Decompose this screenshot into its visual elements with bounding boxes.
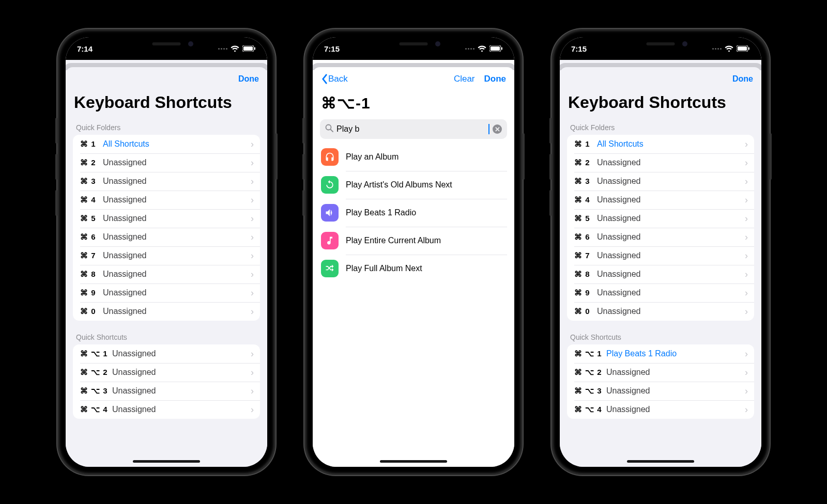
page-title: Keyboard Shortcuts bbox=[66, 91, 267, 118]
shortcut-row[interactable]: ⌘ 1All Shortcuts› bbox=[73, 135, 260, 153]
chevron-right-icon: › bbox=[251, 232, 254, 243]
svg-rect-10 bbox=[748, 48, 749, 50]
home-indicator[interactable] bbox=[627, 460, 694, 463]
wifi-icon bbox=[231, 45, 239, 52]
navbar: Back Clear Done bbox=[313, 67, 514, 91]
chevron-right-icon: › bbox=[745, 213, 748, 224]
shortcut-row[interactable]: ⌘ ⌥ 3Unassigned› bbox=[567, 382, 754, 400]
chevron-right-icon: › bbox=[745, 158, 748, 168]
shortcut-row[interactable]: ⌘ ⌥ 2Unassigned› bbox=[73, 363, 260, 382]
shortcut-row[interactable]: ⌘ 0Unassigned› bbox=[567, 302, 754, 321]
shortcut-row[interactable]: ⌘ 6Unassigned› bbox=[567, 228, 754, 246]
shortcut-row[interactable]: ⌘ ⌥ 3Unassigned› bbox=[73, 382, 260, 400]
shortcut-row[interactable]: ⌘ 2Unassigned› bbox=[73, 153, 260, 172]
section-header-quick-folders: Quick Folders bbox=[560, 118, 761, 135]
shortcut-row[interactable]: ⌘ 4Unassigned› bbox=[567, 191, 754, 209]
result-label: Play Beats 1 Radio bbox=[346, 208, 416, 217]
result-label: Play Entire Current Album bbox=[346, 236, 441, 245]
shortcut-row[interactable]: ⌘ 3Unassigned› bbox=[73, 172, 260, 191]
search-input[interactable] bbox=[336, 124, 486, 134]
shortcut-row[interactable]: ⌘ ⌥ 2Unassigned› bbox=[567, 363, 754, 382]
shortcut-row[interactable]: ⌘ ⌥ 1Unassigned› bbox=[73, 344, 260, 363]
done-button[interactable]: Done bbox=[238, 74, 259, 84]
search-field[interactable]: ✕ bbox=[320, 119, 507, 139]
shortcut-row[interactable]: ⌘ 7Unassigned› bbox=[567, 246, 754, 265]
result-label: Play Full Album Next bbox=[346, 264, 422, 273]
shortcut-row[interactable]: ⌘ 2Unassigned› bbox=[567, 153, 754, 172]
shortcut-key: ⌘ 6 bbox=[574, 232, 597, 242]
chevron-right-icon: › bbox=[251, 288, 254, 298]
chevron-left-icon bbox=[321, 74, 327, 84]
shortcut-key: ⌘ 3 bbox=[574, 177, 597, 186]
chevron-right-icon: › bbox=[251, 250, 254, 261]
shortcut-label: Unassigned bbox=[597, 288, 745, 297]
chevron-right-icon: › bbox=[745, 349, 748, 359]
shortcut-row[interactable]: ⌘ 5Unassigned› bbox=[567, 209, 754, 228]
shortcut-key: ⌘ 4 bbox=[80, 195, 103, 204]
shortcut-row[interactable]: ⌘ 1All Shortcuts› bbox=[567, 135, 754, 153]
search-result-row[interactable]: Play Artist's Old Albums Next bbox=[320, 171, 507, 199]
chevron-right-icon: › bbox=[745, 176, 748, 187]
home-indicator[interactable] bbox=[380, 460, 447, 463]
shortcut-row[interactable]: ⌘ 3Unassigned› bbox=[567, 172, 754, 191]
search-result-row[interactable]: Play an Album bbox=[320, 143, 507, 171]
quick-folders-list: ⌘ 1All Shortcuts›⌘ 2Unassigned›⌘ 3Unassi… bbox=[73, 135, 260, 321]
chevron-right-icon: › bbox=[745, 386, 748, 397]
chevron-right-icon: › bbox=[745, 367, 748, 378]
wifi-icon bbox=[725, 45, 733, 52]
chevron-right-icon: › bbox=[251, 349, 254, 359]
modal-sheet: Back Clear Done ⌘⌥-1 ✕ Play an Albu bbox=[313, 67, 514, 467]
done-button[interactable]: Done bbox=[732, 74, 753, 84]
shortcut-label: Unassigned bbox=[606, 405, 745, 414]
shortcut-row[interactable]: ⌘ 8Unassigned› bbox=[567, 265, 754, 284]
clear-search-button[interactable]: ✕ bbox=[493, 124, 502, 134]
shortcut-key: ⌘ 8 bbox=[80, 270, 103, 279]
navbar: Done bbox=[560, 67, 761, 91]
modal-sheet: Done Keyboard Shortcuts Quick Folders ⌘ … bbox=[560, 67, 761, 467]
shortcut-key: ⌘ ⌥ 2 bbox=[80, 368, 112, 377]
shortcut-row[interactable]: ⌘ 0Unassigned› bbox=[73, 302, 260, 321]
shortcut-row[interactable]: ⌘ 8Unassigned› bbox=[73, 265, 260, 284]
search-result-row[interactable]: Play Full Album Next bbox=[320, 255, 507, 282]
shortcut-key: ⌘ 5 bbox=[574, 214, 597, 223]
back-button[interactable]: Back bbox=[321, 74, 348, 84]
result-app-icon bbox=[321, 204, 339, 222]
page-title: Keyboard Shortcuts bbox=[560, 91, 761, 118]
notch bbox=[115, 37, 218, 53]
search-results: Play an AlbumPlay Artist's Old Albums Ne… bbox=[313, 143, 514, 282]
shortcut-row[interactable]: ⌘ ⌥ 4Unassigned› bbox=[567, 400, 754, 419]
shortcut-label: Unassigned bbox=[112, 349, 251, 358]
shortcut-label: Unassigned bbox=[103, 158, 251, 167]
notch bbox=[362, 37, 465, 53]
result-label: Play an Album bbox=[346, 152, 399, 162]
shortcut-key: ⌘ 2 bbox=[80, 158, 103, 167]
search-result-row[interactable]: Play Beats 1 Radio bbox=[320, 199, 507, 227]
shortcut-label: Unassigned bbox=[112, 405, 251, 414]
screen-2: 7:15 Back Clear bbox=[313, 37, 514, 467]
section-header-quick-shortcuts: Quick Shortcuts bbox=[560, 328, 761, 344]
home-indicator[interactable] bbox=[133, 460, 200, 463]
clear-button[interactable]: Clear bbox=[454, 74, 475, 84]
modal-sheet: Done Keyboard Shortcuts Quick Folders ⌘ … bbox=[66, 67, 267, 467]
shortcut-row[interactable]: ⌘ 9Unassigned› bbox=[567, 284, 754, 302]
shortcut-row[interactable]: ⌘ ⌥ 4Unassigned› bbox=[73, 400, 260, 419]
shortcut-row[interactable]: ⌘ 6Unassigned› bbox=[73, 228, 260, 246]
done-button[interactable]: Done bbox=[484, 74, 507, 84]
search-result-row[interactable]: Play Entire Current Album bbox=[320, 227, 507, 255]
shortcut-label: Unassigned bbox=[103, 232, 251, 242]
shortcut-row[interactable]: ⌘ ⌥ 1Play Beats 1 Radio› bbox=[567, 344, 754, 363]
screen-1: 7:14 Done Keyboard Shortcuts Quick Folde… bbox=[66, 37, 267, 467]
shortcut-label: All Shortcuts bbox=[597, 139, 745, 149]
shortcut-label: Unassigned bbox=[112, 368, 251, 377]
shortcut-label: Unassigned bbox=[103, 195, 251, 204]
wifi-icon bbox=[478, 45, 486, 52]
shortcut-key: ⌘ 0 bbox=[80, 307, 103, 316]
shortcut-label: Unassigned bbox=[103, 214, 251, 223]
shortcut-row[interactable]: ⌘ 9Unassigned› bbox=[73, 284, 260, 302]
shortcut-row[interactable]: ⌘ 7Unassigned› bbox=[73, 246, 260, 265]
shortcut-row[interactable]: ⌘ 5Unassigned› bbox=[73, 209, 260, 228]
result-app-icon bbox=[321, 148, 339, 166]
shortcut-label: Unassigned bbox=[597, 195, 745, 204]
shortcut-key: ⌘ 9 bbox=[80, 288, 103, 297]
shortcut-row[interactable]: ⌘ 4Unassigned› bbox=[73, 191, 260, 209]
